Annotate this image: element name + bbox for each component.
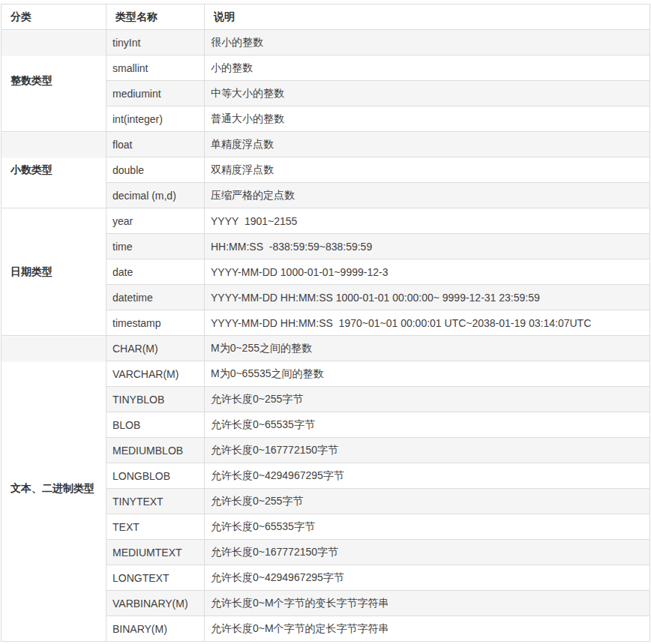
mysql-data-types-table: 分类 类型名称 说明 整数类型 tinyInt 很小的整数 smallint 小… xyxy=(1,4,650,642)
type-cell: float xyxy=(106,132,205,157)
desc-cell: M为0~255之间的整数 xyxy=(205,336,650,361)
type-cell: int(integer) xyxy=(106,106,205,132)
type-cell: double xyxy=(106,157,205,183)
type-cell: BINARY(M) xyxy=(106,616,205,642)
desc-cell: 允许长度0~4294967295字节 xyxy=(205,463,650,489)
desc-cell: 允许长度0~167772150字节 xyxy=(205,438,650,463)
type-cell: timestamp xyxy=(106,310,205,336)
header-cell-category: 分类 xyxy=(2,4,106,30)
desc-cell: 允许长度0~65535字节 xyxy=(205,514,650,540)
table-row: 文本、二进制类型 CHAR(M) M为0~255之间的整数 xyxy=(2,336,650,361)
type-cell: TINYTEXT xyxy=(106,489,205,514)
desc-cell: YYYY-MM-DD HH:MM:SS 1970~01~01 00:00:01 … xyxy=(205,310,650,336)
header-cell-description: 说明 xyxy=(205,4,650,30)
desc-cell: 允许长度0~65535字节 xyxy=(205,412,650,438)
desc-cell: 允许长度0~255字节 xyxy=(205,489,650,514)
desc-cell: 允许长度0~167772150字节 xyxy=(205,540,650,565)
header-row: 分类 类型名称 说明 xyxy=(2,4,650,30)
type-cell: TEXT xyxy=(106,514,205,540)
desc-cell: YYYY 1901~2155 xyxy=(205,208,650,234)
desc-cell: 压缩严格的定点数 xyxy=(205,183,650,208)
category-cell: 文本、二进制类型 xyxy=(2,336,106,642)
type-cell: MEDIUMBLOB xyxy=(106,438,205,463)
desc-cell: 普通大小的整数 xyxy=(205,106,650,132)
desc-cell: 单精度浮点数 xyxy=(205,132,650,157)
category-cell: 整数类型 xyxy=(2,30,106,132)
type-cell: smallint xyxy=(106,55,205,81)
type-cell: MEDIUMTEXT xyxy=(106,540,205,565)
type-cell: decimal (m,d) xyxy=(106,183,205,208)
table-row: 整数类型 tinyInt 很小的整数 xyxy=(2,30,650,55)
header-cell-type-name: 类型名称 xyxy=(106,4,205,30)
desc-cell: 允许长度0~4294967295字节 xyxy=(205,565,650,591)
type-cell: time xyxy=(106,234,205,259)
desc-cell: HH:MM:SS -838:59:59~838:59:59 xyxy=(205,234,650,259)
type-cell: BLOB xyxy=(106,412,205,438)
type-cell: LONGTEXT xyxy=(106,565,205,591)
type-cell: datetime xyxy=(106,285,205,310)
type-cell: TINYBLOB xyxy=(106,387,205,412)
desc-cell: 允许长度0~M个字节的变长字节字符串 xyxy=(205,591,650,616)
type-cell: mediumint xyxy=(106,81,205,106)
type-cell: tinyInt xyxy=(106,30,205,55)
desc-cell: 小的整数 xyxy=(205,55,650,81)
type-cell: LONGBLOB xyxy=(106,463,205,489)
category-cell: 日期类型 xyxy=(2,208,106,336)
type-cell: CHAR(M) xyxy=(106,336,205,361)
type-cell: VARBINARY(M) xyxy=(106,591,205,616)
desc-cell: 允许长度0~M个字节的定长字节字符串 xyxy=(205,616,650,642)
type-cell: VARCHAR(M) xyxy=(106,361,205,387)
desc-cell: 双精度浮点数 xyxy=(205,157,650,183)
desc-cell: YYYY-MM-DD 1000-01-01~9999-12-3 xyxy=(205,259,650,285)
desc-cell: M为0~65535之间的整数 xyxy=(205,361,650,387)
type-cell: date xyxy=(106,259,205,285)
desc-cell: 中等大小的整数 xyxy=(205,81,650,106)
table-row: 日期类型 year YYYY 1901~2155 xyxy=(2,208,650,234)
desc-cell: 允许长度0~255字节 xyxy=(205,387,650,412)
desc-cell: YYYY-MM-DD HH:MM:SS 1000-01-01 00:00:00~… xyxy=(205,285,650,310)
type-cell: year xyxy=(106,208,205,234)
table-row: 小数类型 float 单精度浮点数 xyxy=(2,132,650,157)
category-cell: 小数类型 xyxy=(2,132,106,208)
desc-cell: 很小的整数 xyxy=(205,30,650,55)
